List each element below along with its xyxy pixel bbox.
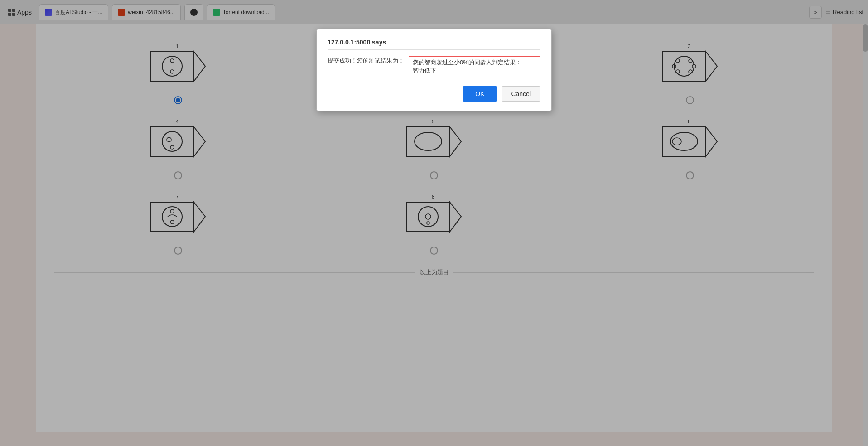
dialog-prefix-text: 提交成功！您的测试结果为： — [328, 56, 404, 65]
dialog-body: 提交成功！您的测试结果为： 您的智商超过至少0%的同龄人判定结果： 智力低下 — [328, 56, 540, 77]
dialog-box: 127.0.0.1:5000 says 提交成功！您的测试结果为： 您的智商超过… — [316, 29, 552, 111]
dialog-title: 127.0.0.1:5000 says — [328, 39, 540, 50]
dialog-cancel-button[interactable]: Cancel — [502, 86, 540, 102]
dialog-highlighted-text: 您的智商超过至少0%的同龄人判定结果： 智力低下 — [409, 56, 540, 77]
dialog-overlay: 127.0.0.1:5000 says 提交成功！您的测试结果为： 您的智商超过… — [0, 0, 868, 446]
dialog-buttons: OK Cancel — [328, 86, 540, 102]
dialog-ok-button[interactable]: OK — [463, 86, 497, 102]
